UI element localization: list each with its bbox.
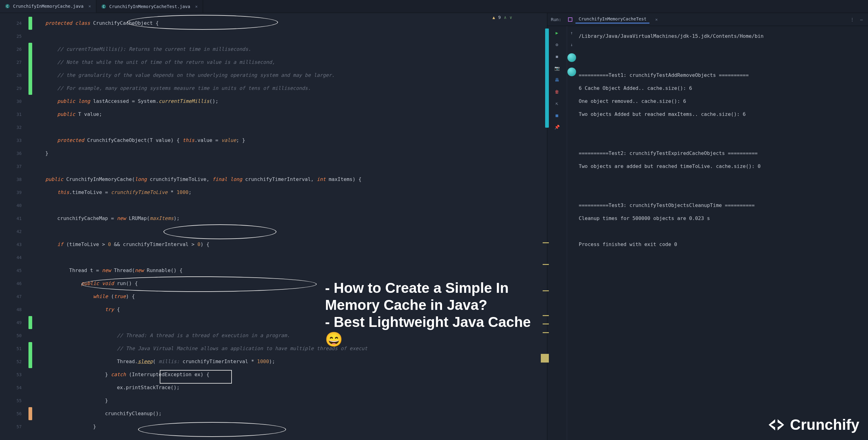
scrollbar-overview[interactable] (545, 29, 549, 128)
line-number: 39 (0, 186, 27, 199)
line-number: 43 (0, 238, 27, 251)
svg-marker-6 (778, 419, 784, 431)
avatar[interactable] (567, 53, 576, 62)
warning-count: 9 (498, 15, 501, 20)
line-number: 30 (0, 95, 27, 108)
line-number: 36 (0, 147, 27, 160)
class-icon: C (5, 4, 10, 9)
layout-icon[interactable]: ▦ (554, 112, 560, 118)
line-number: 52 (0, 355, 27, 368)
tab-filename: CrunchifyInMemoryCacheTest.java (109, 4, 190, 9)
avatar[interactable] (567, 67, 576, 76)
overview-mark (542, 264, 549, 265)
svg-text:C: C (103, 5, 105, 8)
code-area[interactable]: ▲ 9 ∧ ∨ protected class CrunchifyCacheOb… (33, 13, 547, 440)
logo-text: Crunchify (790, 416, 859, 433)
tab-bar: C CrunchifyInMemoryCache.java × C Crunch… (0, 0, 868, 13)
overview-mark (542, 242, 549, 243)
svg-text:C: C (6, 5, 8, 8)
line-number: 45 (0, 264, 27, 277)
more-icon[interactable]: ⋮ (849, 17, 855, 22)
overview-mark (541, 354, 549, 362)
logo-icon (767, 417, 786, 432)
line-number: 49 (0, 316, 27, 329)
run-config-name[interactable]: CrunchifyInMemoryCacheTest (576, 15, 649, 24)
line-number: 48 (0, 303, 27, 316)
line-number: 53 (0, 368, 27, 381)
warning-icon: ▲ (493, 15, 495, 20)
line-number: 31 (0, 108, 27, 121)
close-icon[interactable]: × (89, 4, 91, 9)
svg-rect-4 (568, 18, 572, 21)
line-number: 41 (0, 212, 27, 225)
line-number: 54 (0, 381, 27, 394)
line-number: 33 (0, 134, 27, 147)
line-number: 26 (0, 43, 27, 56)
line-number: 57 (0, 420, 27, 433)
run-nav-toolbar: ↑ ↓ (567, 26, 577, 440)
pin-icon[interactable]: 📌 (554, 124, 560, 130)
stop-icon[interactable]: ◼ (554, 53, 560, 59)
line-number: 56 (0, 407, 27, 420)
prev-warning-icon[interactable]: ∧ (504, 15, 506, 20)
run-label: Run: (551, 17, 561, 22)
line-number: 29 (0, 82, 27, 95)
line-number: 51 (0, 342, 27, 355)
gear-icon[interactable]: ⚙ (554, 41, 560, 48)
line-number: 47 (0, 290, 27, 303)
run-config-icon (568, 17, 572, 22)
close-icon[interactable]: × (655, 17, 657, 22)
class-icon: C (101, 4, 106, 9)
run-header: Run: CrunchifyInMemoryCacheTest × ⋮ — (547, 13, 868, 26)
close-icon[interactable]: × (195, 4, 197, 9)
overlay-line-2: - Best Lightweight Java Cache 😄 (325, 314, 547, 348)
run-panel: Run: CrunchifyInMemoryCacheTest × ⋮ — ▶ … (547, 13, 868, 440)
line-number: 40 (0, 199, 27, 212)
crunchify-logo: Crunchify (767, 416, 859, 433)
line-number: 55 (0, 394, 27, 407)
overlay-caption: - How to Create a Simple In Memory Cache… (325, 280, 547, 348)
overlay-line-1: - How to Create a Simple In Memory Cache… (325, 280, 547, 314)
line-number: 25 (0, 30, 27, 43)
export-icon[interactable]: ⇱ (554, 100, 560, 107)
line-number: 27 (0, 56, 27, 69)
run-output[interactable]: /Library/Java/JavaVirtualMachines/jdk-15… (577, 26, 868, 440)
inspection-badge[interactable]: ▲ 9 ∧ ∨ (493, 15, 512, 20)
print-icon[interactable]: 🖶 (554, 77, 560, 83)
editor[interactable]: 24 25 26 27 28 29 30 31 32 33 36 37 38 3… (0, 13, 547, 440)
down-arrow-icon[interactable]: ↓ (569, 41, 575, 48)
line-number: 44 (0, 251, 27, 264)
svg-marker-5 (769, 419, 775, 431)
gutter: 24 25 26 27 28 29 30 31 32 33 36 37 38 3… (0, 13, 27, 440)
next-warning-icon[interactable]: ∨ (509, 15, 512, 20)
tab-file-1[interactable]: C CrunchifyInMemoryCache.java × (0, 0, 96, 13)
tab-file-2[interactable]: C CrunchifyInMemoryCacheTest.java × (96, 0, 203, 13)
trash-icon[interactable]: 🗑 (554, 89, 560, 95)
change-markers (27, 13, 33, 440)
camera-icon[interactable]: 📷 (554, 65, 560, 71)
line-number: 37 (0, 160, 27, 173)
run-toolbar: ▶ ⚙ ◼ 📷 🖶 🗑 ⇱ ▦ 📌 (547, 26, 567, 440)
up-arrow-icon[interactable]: ↑ (569, 30, 575, 36)
run-icon[interactable]: ▶ (554, 30, 560, 36)
line-number: 32 (0, 121, 27, 134)
line-number: 42 (0, 225, 27, 238)
line-number: 46 (0, 277, 27, 290)
tab-filename: CrunchifyInMemoryCache.java (13, 4, 84, 9)
line-number: 28 (0, 69, 27, 82)
line-number: 24 (0, 17, 27, 30)
minimize-icon[interactable]: — (859, 17, 864, 22)
line-number: 38 (0, 173, 27, 186)
line-number: 50 (0, 329, 27, 342)
